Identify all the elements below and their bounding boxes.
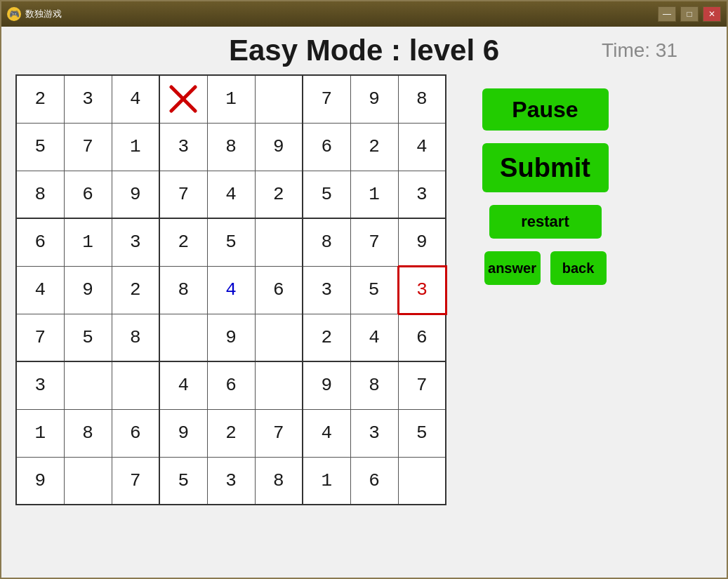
- table-row[interactable]: 5: [159, 457, 207, 505]
- table-row[interactable]: 9: [64, 266, 112, 314]
- table-row[interactable]: 9: [398, 218, 446, 266]
- table-row[interactable]: 4: [159, 361, 207, 409]
- table-row[interactable]: 6: [207, 361, 255, 409]
- table-row[interactable]: [112, 361, 159, 409]
- table-row[interactable]: 2: [112, 266, 159, 314]
- table-row[interactable]: 4: [207, 266, 255, 314]
- table-row[interactable]: [159, 314, 207, 361]
- table-row[interactable]: 6: [255, 266, 303, 314]
- maximize-button[interactable]: □: [680, 6, 699, 22]
- app-title: 数独游戏: [25, 8, 658, 20]
- page-title: Easy Mode : level 6: [229, 34, 499, 67]
- table-row[interactable]: 7: [16, 314, 64, 361]
- table-row[interactable]: 1: [207, 75, 255, 123]
- main-window: 🎮 数独游戏 — □ ✕ Easy Mode : level 6 Time: 3…: [0, 0, 728, 579]
- bottom-buttons: answer back: [484, 251, 607, 285]
- table-row[interactable]: [159, 75, 207, 123]
- table-row[interactable]: 8: [207, 123, 255, 171]
- table-row[interactable]: 2: [207, 409, 255, 457]
- table-row[interactable]: 3: [398, 171, 446, 218]
- table-row[interactable]: 3: [303, 266, 350, 314]
- table-row[interactable]: 3: [64, 75, 112, 123]
- table-row[interactable]: 1: [16, 409, 64, 457]
- table-row[interactable]: [255, 75, 303, 123]
- table-row[interactable]: 8: [159, 266, 207, 314]
- answer-button[interactable]: answer: [484, 251, 541, 285]
- window-controls: — □ ✕: [658, 6, 721, 22]
- sudoku-grid[interactable]: 2341798571389624869742513613258794928463…: [15, 74, 447, 505]
- table-row[interactable]: 5: [207, 218, 255, 266]
- table-row[interactable]: 8: [112, 314, 159, 361]
- table-row[interactable]: 2: [255, 171, 303, 218]
- table-row[interactable]: 1: [64, 218, 112, 266]
- table-row[interactable]: 4: [303, 409, 350, 457]
- table-row[interactable]: 8: [64, 409, 112, 457]
- table-row[interactable]: 2: [303, 314, 350, 361]
- close-button[interactable]: ✕: [703, 6, 721, 22]
- table-row[interactable]: 2: [16, 75, 64, 123]
- table-row[interactable]: 9: [159, 409, 207, 457]
- table-row[interactable]: 8: [398, 75, 446, 123]
- table-row[interactable]: 6: [16, 218, 64, 266]
- table-row[interactable]: 3: [16, 361, 64, 409]
- table-row[interactable]: 6: [303, 123, 350, 171]
- table-row[interactable]: 6: [112, 409, 159, 457]
- header-row: Easy Mode : level 6 Time: 31: [15, 34, 713, 67]
- table-row[interactable]: [255, 314, 303, 361]
- table-row[interactable]: 2: [350, 123, 398, 171]
- table-row[interactable]: 4: [398, 123, 446, 171]
- main-area: 2341798571389624869742513613258794928463…: [15, 74, 713, 505]
- table-row[interactable]: 5: [398, 409, 446, 457]
- table-row[interactable]: 9: [255, 123, 303, 171]
- table-row[interactable]: 8: [255, 457, 303, 505]
- submit-button[interactable]: Submit: [482, 143, 609, 192]
- table-row[interactable]: 5: [16, 123, 64, 171]
- table-row[interactable]: 8: [303, 218, 350, 266]
- table-row[interactable]: 9: [207, 314, 255, 361]
- table-row[interactable]: 6: [64, 171, 112, 218]
- table-row[interactable]: 7: [350, 218, 398, 266]
- table-row[interactable]: 1: [350, 171, 398, 218]
- table-row[interactable]: 3: [398, 266, 446, 314]
- table-row[interactable]: 2: [159, 218, 207, 266]
- table-row[interactable]: 7: [64, 123, 112, 171]
- table-row[interactable]: 3: [112, 218, 159, 266]
- table-row[interactable]: 3: [159, 123, 207, 171]
- table-row[interactable]: 7: [398, 361, 446, 409]
- table-row[interactable]: 3: [350, 409, 398, 457]
- timer-display: Time: 31: [602, 39, 677, 62]
- title-bar: 🎮 数独游戏 — □ ✕: [1, 1, 727, 27]
- table-row[interactable]: [64, 361, 112, 409]
- table-row[interactable]: 1: [303, 457, 350, 505]
- table-row[interactable]: 9: [16, 457, 64, 505]
- pause-button[interactable]: Pause: [482, 88, 609, 131]
- table-row[interactable]: 4: [207, 171, 255, 218]
- table-row[interactable]: [255, 361, 303, 409]
- table-row[interactable]: 9: [350, 75, 398, 123]
- table-row[interactable]: 7: [159, 171, 207, 218]
- table-row[interactable]: 6: [398, 314, 446, 361]
- minimize-button[interactable]: —: [658, 6, 676, 22]
- back-button[interactable]: back: [550, 251, 607, 285]
- table-row[interactable]: 1: [112, 123, 159, 171]
- table-row[interactable]: 9: [112, 171, 159, 218]
- table-row[interactable]: [64, 457, 112, 505]
- table-row[interactable]: 4: [350, 314, 398, 361]
- table-row[interactable]: 7: [303, 75, 350, 123]
- table-row[interactable]: 5: [64, 314, 112, 361]
- table-row[interactable]: 5: [303, 171, 350, 218]
- table-row[interactable]: 7: [112, 457, 159, 505]
- table-row[interactable]: 4: [16, 266, 64, 314]
- table-row[interactable]: 3: [207, 457, 255, 505]
- table-row[interactable]: 8: [16, 171, 64, 218]
- table-row[interactable]: 4: [112, 75, 159, 123]
- table-row[interactable]: 7: [255, 409, 303, 457]
- restart-button[interactable]: restart: [489, 205, 602, 239]
- right-panel: Pause Submit restart answer back: [482, 88, 609, 285]
- table-row[interactable]: 8: [350, 361, 398, 409]
- table-row[interactable]: 6: [350, 457, 398, 505]
- table-row[interactable]: 9: [303, 361, 350, 409]
- table-row[interactable]: [398, 457, 446, 505]
- table-row[interactable]: [255, 218, 303, 266]
- table-row[interactable]: 5: [350, 266, 398, 314]
